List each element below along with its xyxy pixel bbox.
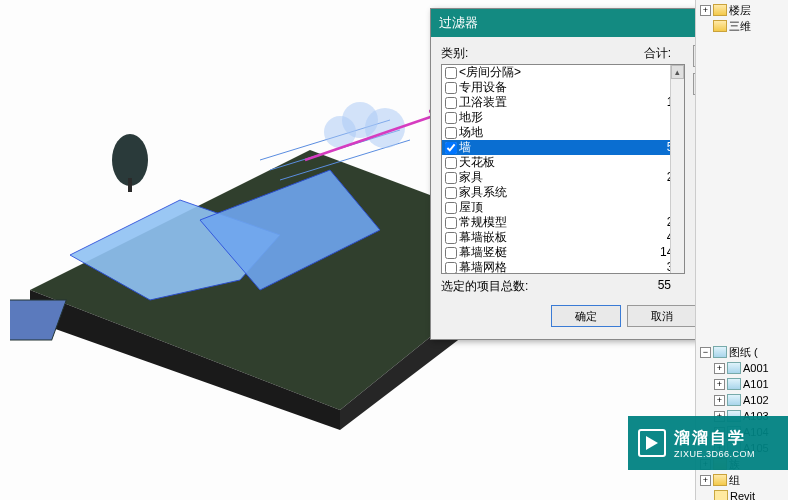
list-item[interactable]: 家具系统3 — [442, 185, 684, 200]
sheet-icon — [727, 362, 741, 374]
total-label: 选定的项目总数: — [441, 278, 635, 295]
list-item[interactable]: 幕墙竖梃144 — [442, 245, 684, 260]
browser-sheet-item[interactable]: +A001 — [696, 360, 788, 376]
list-item[interactable]: 家具24 — [442, 170, 684, 185]
browser-node-sheets[interactable]: − 图纸 ( — [696, 344, 788, 360]
row-name: 卫浴装置 — [459, 95, 652, 110]
row-name: 幕墙竖梃 — [459, 245, 652, 260]
header-total: 合计: — [635, 45, 685, 62]
browser-node[interactable]: 三维 — [696, 18, 788, 34]
list-item[interactable]: <房间分隔>3 — [442, 65, 684, 80]
sheet-icon — [727, 378, 741, 390]
list-item[interactable]: 常规模型25 — [442, 215, 684, 230]
plus-icon[interactable]: + — [700, 475, 711, 486]
row-name: 常规模型 — [459, 215, 652, 230]
plus-icon[interactable]: + — [714, 395, 725, 406]
row-checkbox[interactable] — [445, 112, 457, 124]
scroll-up-icon[interactable]: ▴ — [671, 65, 684, 79]
browser-node-revit-link[interactable]: Revit — [696, 488, 788, 500]
row-checkbox[interactable] — [445, 247, 457, 259]
row-checkbox[interactable] — [445, 142, 457, 154]
watermark: 溜溜自学 ZIXUE.3D66.COM — [628, 416, 788, 470]
row-checkbox[interactable] — [445, 172, 457, 184]
svg-point-9 — [365, 108, 405, 148]
row-name: 场地 — [459, 125, 652, 140]
list-item[interactable]: 卫浴装置12 — [442, 95, 684, 110]
row-name: 幕墙网格 — [459, 260, 652, 274]
row-name: 专用设备 — [459, 80, 652, 95]
list-item[interactable]: 墙55 — [442, 140, 684, 155]
row-checkbox[interactable] — [445, 187, 457, 199]
sheet-icon — [727, 394, 741, 406]
sheets-icon — [713, 346, 727, 358]
row-checkbox[interactable] — [445, 202, 457, 214]
plus-icon[interactable]: + — [714, 363, 725, 374]
row-checkbox[interactable] — [445, 82, 457, 94]
svg-point-10 — [324, 116, 356, 148]
scrollbar[interactable]: ▴ — [670, 65, 684, 273]
row-name: 幕墙嵌板 — [459, 230, 652, 245]
row-name: 屋顶 — [459, 200, 652, 215]
row-name: 家具 — [459, 170, 652, 185]
row-name: 地形 — [459, 110, 652, 125]
row-checkbox[interactable] — [445, 217, 457, 229]
list-item[interactable]: 地形2 — [442, 110, 684, 125]
link-icon — [714, 490, 728, 500]
row-name: 天花板 — [459, 155, 652, 170]
browser-node[interactable]: +楼层 — [696, 2, 788, 18]
row-checkbox[interactable] — [445, 97, 457, 109]
row-name: 墙 — [459, 140, 652, 155]
plus-icon[interactable]: + — [714, 379, 725, 390]
row-checkbox[interactable] — [445, 157, 457, 169]
folder-icon — [713, 474, 727, 486]
list-item[interactable]: 场地3 — [442, 125, 684, 140]
folder-icon — [713, 20, 727, 32]
header-category: 类别: — [441, 45, 635, 62]
list-item[interactable]: 天花板2 — [442, 155, 684, 170]
browser-sheet-item[interactable]: +A102 — [696, 392, 788, 408]
list-item[interactable]: 屋顶2 — [442, 200, 684, 215]
cancel-button[interactable]: 取消 — [627, 305, 697, 327]
list-item[interactable]: 专用设备7 — [442, 80, 684, 95]
browser-sheet-item[interactable]: +A101 — [696, 376, 788, 392]
row-name: <房间分隔> — [459, 65, 652, 80]
play-icon — [638, 429, 666, 457]
ok-button[interactable]: 确定 — [551, 305, 621, 327]
svg-rect-13 — [128, 178, 132, 192]
list-item[interactable]: 幕墙嵌板44 — [442, 230, 684, 245]
row-checkbox[interactable] — [445, 262, 457, 274]
row-checkbox[interactable] — [445, 127, 457, 139]
plus-icon[interactable]: + — [700, 5, 711, 16]
row-checkbox[interactable] — [445, 232, 457, 244]
minus-icon[interactable]: − — [700, 347, 711, 358]
row-checkbox[interactable] — [445, 67, 457, 79]
browser-node-groups[interactable]: + 组 — [696, 472, 788, 488]
category-list[interactable]: <房间分隔>3专用设备7卫浴装置12地形2场地3墙55天花板2家具24家具系统3… — [441, 64, 685, 274]
row-name: 家具系统 — [459, 185, 652, 200]
list-item[interactable]: 幕墙网格32 — [442, 260, 684, 274]
svg-rect-11 — [10, 300, 66, 340]
total-value: 55 — [635, 278, 685, 295]
folder-icon — [713, 4, 727, 16]
